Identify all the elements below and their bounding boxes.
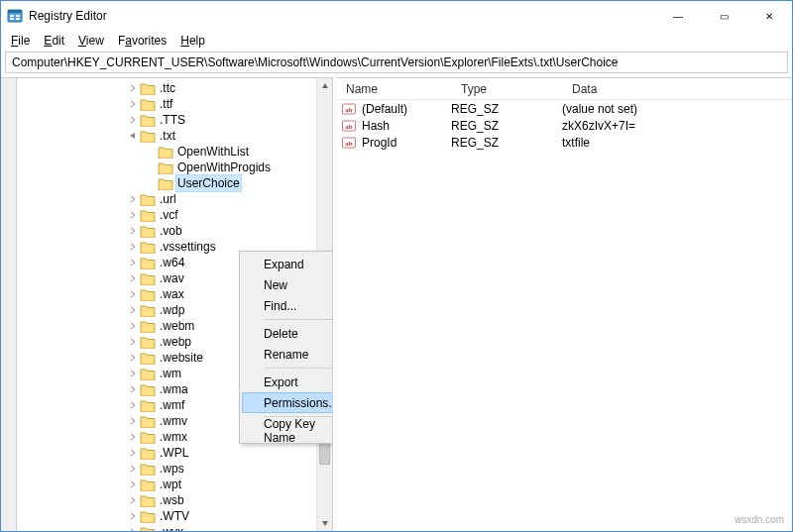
chevron-right-icon[interactable] xyxy=(126,287,140,301)
tree-node-label: .vcf xyxy=(158,207,180,223)
tree-node-label: .wvx xyxy=(158,524,185,531)
chevron-right-icon[interactable] xyxy=(126,240,140,254)
address-input[interactable] xyxy=(10,54,783,70)
context-menu-separator xyxy=(264,368,332,369)
tree-node[interactable]: OpenWithProgids xyxy=(17,160,332,175)
folder-icon xyxy=(140,130,156,143)
chevron-right-icon[interactable] xyxy=(126,430,140,444)
chevron-right-icon[interactable] xyxy=(126,351,140,365)
tree-node-label: .wmx xyxy=(158,429,189,445)
tree-node[interactable]: OpenWithList xyxy=(17,144,332,160)
chevron-right-icon[interactable] xyxy=(126,303,140,317)
tree-node[interactable]: .wpt xyxy=(17,477,332,492)
value-type: REG_SZ xyxy=(451,102,562,116)
expand-placeholder xyxy=(144,160,158,174)
col-header-data[interactable]: Data xyxy=(562,82,792,96)
tree-node[interactable]: .vcf xyxy=(17,207,332,223)
tree-node-label: .vob xyxy=(158,223,184,239)
menu-favorites[interactable]: Favorites xyxy=(112,34,172,48)
folder-icon xyxy=(140,415,156,428)
chevron-right-icon[interactable] xyxy=(126,224,140,238)
tree-node[interactable]: .txt xyxy=(17,128,332,144)
regedit-icon xyxy=(7,8,23,24)
tree-node[interactable]: .WTV xyxy=(17,508,332,524)
chevron-right-icon[interactable] xyxy=(126,256,140,269)
chevron-right-icon[interactable] xyxy=(126,493,140,507)
folder-icon xyxy=(140,288,156,301)
context-menu-item[interactable]: Export xyxy=(242,372,332,392)
chevron-right-icon[interactable] xyxy=(126,478,140,491)
tree-node-label: .TTS xyxy=(158,112,187,128)
tree-node[interactable]: .wps xyxy=(17,461,332,477)
context-menu-item[interactable]: Permissions... xyxy=(242,392,332,413)
tree-node-label: .wm xyxy=(158,366,183,381)
chevron-right-icon[interactable] xyxy=(126,367,140,380)
tree-node[interactable]: .wsb xyxy=(17,492,332,508)
folder-icon xyxy=(140,399,156,412)
menu-help[interactable]: Help xyxy=(174,34,211,48)
close-button[interactable]: ✕ xyxy=(746,1,792,31)
tree-node[interactable]: .wvx xyxy=(17,524,332,531)
value-row[interactable]: HashREG_SZzkX6zIvX+7I= xyxy=(336,117,792,134)
scroll-up-button[interactable] xyxy=(317,78,332,94)
tree-node-selected[interactable]: UserChoice xyxy=(17,175,332,191)
col-header-name[interactable]: Name xyxy=(336,82,451,96)
context-menu-item[interactable]: New▶ xyxy=(242,274,332,295)
tree-node-label: .wax xyxy=(158,286,186,302)
tree-node-label: .wpt xyxy=(158,477,183,492)
tree-node[interactable]: .WPL xyxy=(17,445,332,461)
folder-icon xyxy=(140,257,156,269)
tree-node[interactable]: .url xyxy=(17,191,332,207)
context-menu-item[interactable]: Delete xyxy=(242,323,332,344)
chevron-right-icon[interactable] xyxy=(126,81,140,95)
value-row[interactable]: ProgIdREG_SZtxtfile xyxy=(336,134,792,151)
context-menu-item[interactable]: Find... xyxy=(242,295,332,316)
value-row[interactable]: (Default)REG_SZ(value not set) xyxy=(336,100,792,117)
minimize-button[interactable]: — xyxy=(655,1,701,31)
tree-node[interactable]: .ttf xyxy=(17,96,332,112)
maximize-button[interactable]: ▭ xyxy=(701,1,746,31)
address-bar xyxy=(5,52,788,73)
tree-node[interactable]: .TTS xyxy=(17,112,332,128)
chevron-right-icon[interactable] xyxy=(126,509,140,523)
chevron-right-icon[interactable] xyxy=(126,382,140,396)
menu-view[interactable]: View xyxy=(72,34,110,48)
folder-icon xyxy=(140,98,156,111)
chevron-right-icon[interactable] xyxy=(126,208,140,222)
tree-node-label: .wps xyxy=(158,461,186,477)
folder-icon xyxy=(140,209,156,222)
context-menu-label: Delete xyxy=(264,327,298,341)
folder-icon xyxy=(140,431,156,444)
scroll-down-button[interactable] xyxy=(317,515,332,531)
watermark: wsxdn.com xyxy=(735,514,784,525)
context-menu-label: New xyxy=(264,278,287,292)
chevron-right-icon[interactable] xyxy=(126,335,140,349)
value-data: zkX6zIvX+7I= xyxy=(562,119,792,133)
chevron-right-icon[interactable] xyxy=(126,398,140,412)
chevron-right-icon[interactable] xyxy=(126,113,140,127)
chevron-right-icon[interactable] xyxy=(126,97,140,111)
col-header-type[interactable]: Type xyxy=(451,82,562,96)
chevron-right-icon[interactable] xyxy=(126,525,140,531)
tree-node[interactable]: .ttc xyxy=(17,80,332,96)
chevron-right-icon[interactable] xyxy=(126,446,140,460)
context-menu-item[interactable]: Expand xyxy=(242,254,332,274)
chevron-right-icon[interactable] xyxy=(126,192,140,206)
tree-node-label: .wav xyxy=(158,270,186,286)
value-name: (Default) xyxy=(362,102,407,116)
chevron-right-icon[interactable] xyxy=(126,414,140,428)
context-menu-separator xyxy=(264,319,332,320)
context-menu-item[interactable]: Rename xyxy=(242,344,332,365)
chevron-right-icon[interactable] xyxy=(126,319,140,333)
context-menu-label: Export xyxy=(264,375,298,389)
menubar: File Edit View Favorites Help xyxy=(1,31,792,50)
tree-node[interactable]: .vob xyxy=(17,223,332,239)
menu-file[interactable]: File xyxy=(5,34,36,48)
chevron-down-icon[interactable] xyxy=(126,129,140,143)
context-menu-label: Copy Key Name xyxy=(264,417,332,445)
menu-edit[interactable]: Edit xyxy=(38,34,70,48)
folder-icon xyxy=(140,526,156,532)
chevron-right-icon[interactable] xyxy=(126,462,140,476)
context-menu-item[interactable]: Copy Key Name xyxy=(242,420,332,441)
chevron-right-icon[interactable] xyxy=(126,271,140,285)
